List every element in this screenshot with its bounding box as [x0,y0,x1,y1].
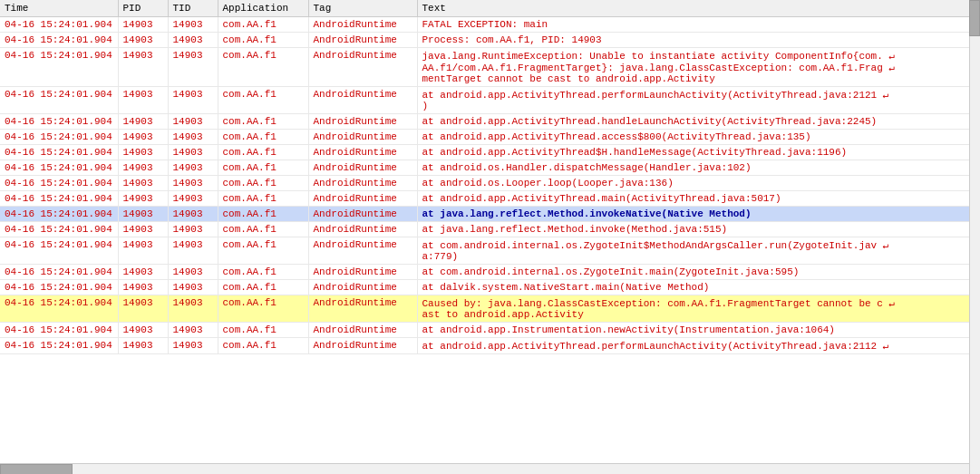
table-cell-text: at android.app.ActivityThread.performLau… [417,338,980,354]
vertical-scrollbar-thumb[interactable] [969,0,980,36]
table-cell-text: at android.os.Handler.dispatchMessage(Ha… [417,160,980,176]
table-row[interactable]: 04-16 15:24:01.9041490314903com.AA.f1And… [0,176,980,191]
table-cell-text: at com.android.internal.os.ZygoteInit$Me… [417,237,980,265]
header-application: Application [218,0,308,17]
table-row[interactable]: 04-16 15:24:01.9041490314903com.AA.f1And… [0,280,980,295]
table-cell: AndroidRuntime [308,207,417,222]
table-row[interactable]: 04-16 15:24:01.9041490314903com.AA.f1And… [0,87,980,114]
table-row[interactable]: 04-16 15:24:01.9041490314903com.AA.f1And… [0,265,980,280]
table-cell: 04-16 15:24:01.904 [0,280,118,295]
table-cell: AndroidRuntime [308,222,417,237]
table-cell: 14903 [168,145,218,160]
table-cell: AndroidRuntime [308,191,417,207]
table-row[interactable]: 04-16 15:24:01.9041490314903com.AA.f1And… [0,295,980,323]
table-cell: com.AA.f1 [218,323,308,338]
table-cell: 04-16 15:24:01.904 [0,191,118,207]
table-row[interactable]: 04-16 15:24:01.9041490314903com.AA.f1And… [0,114,980,130]
table-cell: AndroidRuntime [308,130,417,145]
table-cell-text: FATAL EXCEPTION: main [417,17,980,33]
table-cell: AndroidRuntime [308,114,417,130]
table-row[interactable]: 04-16 15:24:01.9041490314903com.AA.f1And… [0,222,980,237]
table-cell: com.AA.f1 [218,207,308,222]
table-cell-text: Caused by: java.lang.ClassCastException:… [417,295,980,323]
table-cell: com.AA.f1 [218,160,308,176]
table-cell: 14903 [168,33,218,48]
table-cell: 14903 [168,207,218,222]
table-cell: 04-16 15:24:01.904 [0,237,118,265]
table-cell-text: java.lang.RuntimeException: Unable to in… [417,48,980,87]
table-cell: 14903 [118,17,168,33]
table-cell: 14903 [118,130,168,145]
table-cell: AndroidRuntime [308,323,417,338]
table-cell: 14903 [168,48,218,87]
table-cell: 14903 [168,280,218,295]
horizontal-scrollbar[interactable] [0,463,969,474]
table-cell: AndroidRuntime [308,338,417,354]
table-cell: 14903 [118,48,168,87]
header-tag: Tag [308,0,417,17]
table-cell: 14903 [168,191,218,207]
table-cell: com.AA.f1 [218,114,308,130]
table-cell: AndroidRuntime [308,87,417,114]
table-row[interactable]: 04-16 15:24:01.9041490314903com.AA.f1And… [0,17,980,33]
table-cell: com.AA.f1 [218,17,308,33]
table-cell: 14903 [118,33,168,48]
table-row[interactable]: 04-16 15:24:01.9041490314903com.AA.f1And… [0,160,980,176]
table-cell: com.AA.f1 [218,130,308,145]
table-cell: 14903 [168,295,218,323]
table-row[interactable]: 04-16 15:24:01.9041490314903com.AA.f1And… [0,33,980,48]
table-cell: AndroidRuntime [308,160,417,176]
table-cell: 14903 [118,207,168,222]
table-row[interactable]: 04-16 15:24:01.9041490314903com.AA.f1And… [0,338,980,354]
table-header-row: Time PID TID Application Tag Text [0,0,980,17]
table-cell: AndroidRuntime [308,295,417,323]
table-cell-text: at android.os.Looper.loop(Looper.java:13… [417,176,980,191]
table-row[interactable]: 04-16 15:24:01.9041490314903com.AA.f1And… [0,207,980,222]
table-cell: 14903 [118,265,168,280]
header-pid: PID [118,0,168,17]
header-time: Time [0,0,118,17]
table-cell-text: at android.app.ActivityThread$H.handleMe… [417,145,980,160]
table-cell: com.AA.f1 [218,191,308,207]
table-cell-text: at java.lang.reflect.Method.invokeNative… [417,207,980,222]
table-cell-text: at android.app.ActivityThread.access$800… [417,130,980,145]
table-cell: com.AA.f1 [218,48,308,87]
table-cell: 04-16 15:24:01.904 [0,145,118,160]
table-cell: 14903 [168,160,218,176]
table-cell: 14903 [168,176,218,191]
table-cell-text: at android.app.ActivityThread.main(Activ… [417,191,980,207]
table-cell: 04-16 15:24:01.904 [0,160,118,176]
table-cell: 14903 [168,338,218,354]
table-cell: 14903 [118,280,168,295]
table-cell: 14903 [168,114,218,130]
table-cell: 14903 [168,265,218,280]
table-body-scroll[interactable]: 04-16 15:24:01.9041490314903com.AA.f1And… [0,17,980,471]
table-cell: 14903 [118,191,168,207]
table-cell: com.AA.f1 [218,33,308,48]
table-cell: 04-16 15:24:01.904 [0,295,118,323]
table-cell: 04-16 15:24:01.904 [0,323,118,338]
table-cell: 14903 [118,114,168,130]
table-cell: com.AA.f1 [218,280,308,295]
vertical-scrollbar[interactable] [969,0,980,474]
table-row[interactable]: 04-16 15:24:01.9041490314903com.AA.f1And… [0,237,980,265]
table-row[interactable]: 04-16 15:24:01.9041490314903com.AA.f1And… [0,191,980,207]
table-row[interactable]: 04-16 15:24:01.9041490314903com.AA.f1And… [0,145,980,160]
table-cell-text: at android.app.ActivityThread.performLau… [417,87,980,114]
table-cell-text: at android.app.Instrumentation.newActivi… [417,323,980,338]
horizontal-scrollbar-thumb[interactable] [0,464,73,474]
table-cell: 14903 [118,160,168,176]
table-cell: 04-16 15:24:01.904 [0,176,118,191]
table-cell: com.AA.f1 [218,176,308,191]
header-text: Text [417,0,980,17]
table-cell: AndroidRuntime [308,48,417,87]
table-row[interactable]: 04-16 15:24:01.9041490314903com.AA.f1And… [0,130,980,145]
table-cell: com.AA.f1 [218,145,308,160]
table-row[interactable]: 04-16 15:24:01.9041490314903com.AA.f1And… [0,48,980,87]
log-table-container: Time PID TID Application Tag Text 04-16 … [0,0,980,474]
table-cell: com.AA.f1 [218,265,308,280]
table-cell: 04-16 15:24:01.904 [0,207,118,222]
table-row[interactable]: 04-16 15:24:01.9041490314903com.AA.f1And… [0,323,980,338]
table-cell: 14903 [168,87,218,114]
table-cell: 14903 [168,17,218,33]
